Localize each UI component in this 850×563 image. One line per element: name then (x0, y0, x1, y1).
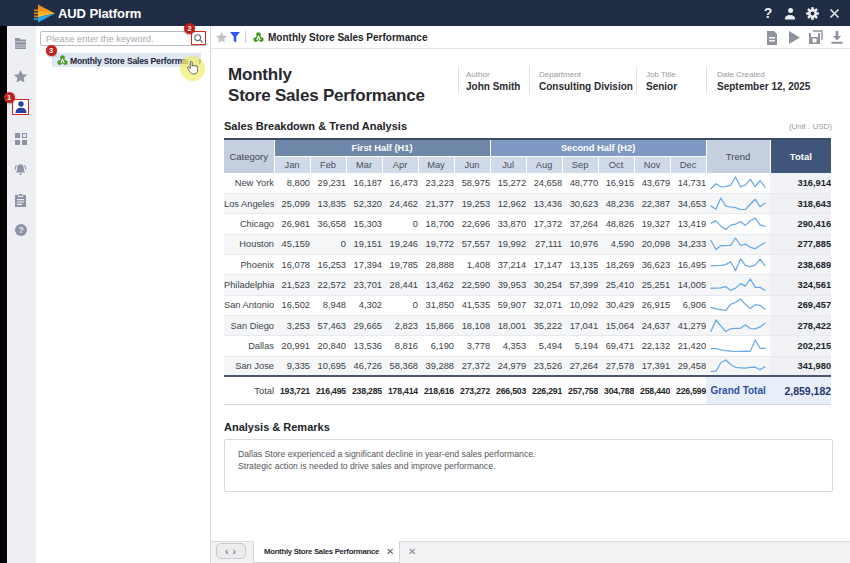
svg-text:?: ? (18, 225, 23, 235)
